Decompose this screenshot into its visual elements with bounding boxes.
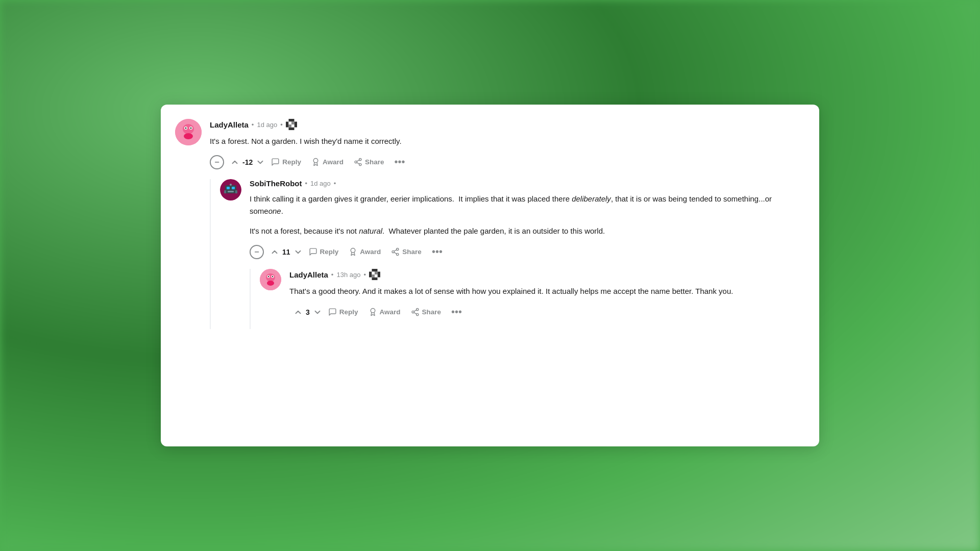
share-btn-root[interactable]: Share	[350, 155, 388, 169]
vote-group-root: -12	[230, 158, 265, 167]
avatar-ladyalleta2	[260, 269, 281, 290]
upvote-icon-root	[230, 158, 239, 167]
svg-rect-26	[230, 184, 232, 186]
comment-body-ladyalleta2: LadyAlleta • 13h ago •	[289, 269, 803, 329]
share-icon-sobi	[391, 247, 400, 256]
collapse-btn-root[interactable]: −	[210, 155, 224, 169]
svg-rect-10	[288, 128, 294, 131]
badge-icon-root	[286, 119, 297, 130]
comment-ladyalleta2: LadyAlleta • 13h ago •	[260, 269, 803, 329]
upvote-btn-ladyalleta2[interactable]	[293, 308, 303, 317]
reply-label-sobi: Reply	[320, 248, 339, 256]
award-icon-root	[311, 158, 320, 166]
comment-header-sobi: SobiTheRobot • 1d ago •	[250, 179, 803, 188]
avatar-svg	[175, 119, 202, 145]
reply-icon-sobi	[309, 247, 317, 256]
svg-rect-27	[224, 190, 226, 193]
svg-line-20	[357, 160, 359, 162]
award-btn-ladyalleta2[interactable]: Award	[364, 305, 405, 319]
username-ladyalleta2: LadyAlleta	[289, 270, 328, 279]
reply-label-ladyalleta2: Reply	[339, 308, 358, 316]
svg-point-36	[266, 273, 275, 282]
comment-header-ladyalleta2: LadyAlleta • 13h ago •	[289, 269, 803, 280]
svg-rect-13	[291, 122, 295, 125]
collapse-btn-sobi[interactable]: −	[250, 245, 264, 259]
award-label-root: Award	[323, 158, 344, 166]
award-label-sobi: Award	[360, 248, 381, 256]
svg-rect-46	[372, 272, 375, 275]
award-label-ladyalleta2: Award	[380, 308, 401, 316]
avatar-sobi	[220, 179, 241, 201]
comments-card: LadyAlleta • 1d ago • It's a forest. Not	[161, 105, 819, 446]
award-btn-root[interactable]: Award	[307, 155, 348, 169]
vote-count-ladyalleta2: 3	[306, 308, 310, 316]
svg-point-6	[190, 128, 192, 129]
timestamp-root: 1d ago	[257, 121, 277, 129]
vote-group-sobi: 11	[270, 247, 303, 257]
share-btn-ladyalleta2[interactable]: Share	[407, 305, 446, 319]
upvote-btn-sobi[interactable]	[270, 247, 279, 257]
comment-sobi: SobiTheRobot • 1d ago • I think calling …	[220, 179, 803, 329]
downvote-icon-sobi	[293, 247, 303, 257]
award-btn-sobi[interactable]: Award	[345, 245, 385, 259]
reply-block-sobi: SobiTheRobot • 1d ago • I think calling …	[210, 179, 803, 329]
svg-point-41	[272, 276, 273, 277]
svg-point-2	[184, 133, 193, 139]
action-bar-root: − -12 Reply Award	[210, 154, 803, 170]
award-icon-sobi	[349, 247, 357, 256]
svg-line-55	[414, 310, 416, 312]
share-label-root: Share	[365, 158, 384, 166]
downvote-btn-ladyalleta2[interactable]	[313, 308, 322, 317]
reply-btn-ladyalleta2[interactable]: Reply	[324, 305, 362, 319]
svg-rect-25	[228, 191, 234, 192]
reply2-block-ladyalleta: LadyAlleta • 13h ago •	[250, 269, 803, 329]
upvote-btn-root[interactable]	[230, 158, 239, 167]
svg-point-37	[267, 281, 274, 286]
vote-count-root: -12	[242, 158, 253, 166]
badge-icon-ladyalleta2	[369, 269, 380, 280]
reply-content-ladyalleta2: LadyAlleta • 13h ago •	[260, 269, 803, 329]
more-btn-ladyalleta2[interactable]: •••	[447, 304, 466, 320]
share-btn-sobi[interactable]: Share	[387, 245, 426, 259]
comment-body-sobi: SobiTheRobot • 1d ago • I think calling …	[250, 179, 803, 329]
svg-rect-49	[372, 274, 375, 278]
svg-line-54	[414, 313, 416, 314]
svg-point-40	[268, 276, 269, 277]
reply-btn-sobi[interactable]: Reply	[305, 245, 343, 259]
svg-rect-23	[227, 187, 230, 189]
avatar-svg-ladyalleta2	[260, 269, 281, 290]
comment-text-sobi: I think calling it a garden gives it gra…	[250, 193, 803, 237]
timestamp-sobi: 1d ago	[310, 180, 331, 187]
upvote-icon-ladyalleta2	[293, 308, 303, 317]
thread-line-sobi	[210, 179, 211, 329]
avatar-ladyalleta-root	[175, 119, 202, 145]
more-btn-root[interactable]: •••	[390, 154, 409, 170]
comment-root: LadyAlleta • 1d ago • It's a forest. Not	[175, 119, 803, 329]
svg-rect-42	[372, 269, 377, 272]
svg-rect-47	[375, 274, 378, 278]
svg-rect-28	[235, 190, 237, 193]
svg-rect-7	[288, 119, 294, 122]
downvote-btn-sobi[interactable]	[293, 247, 303, 257]
vote-group-ladyalleta2: 3	[293, 308, 322, 317]
svg-rect-9	[294, 122, 297, 128]
svg-line-34	[394, 250, 397, 252]
svg-rect-45	[372, 278, 377, 281]
svg-rect-14	[288, 124, 291, 128]
timestamp-ladyalleta2: 13h ago	[336, 271, 360, 279]
reply-btn-root[interactable]: Reply	[267, 155, 305, 169]
vote-count-sobi: 11	[282, 248, 290, 256]
comment-header-root: LadyAlleta • 1d ago •	[210, 119, 803, 130]
svg-line-33	[394, 253, 397, 254]
upvote-icon-sobi	[270, 247, 279, 257]
comment-text-root: It's a forest. Not a garden. I wish they…	[210, 135, 803, 147]
share-label-ladyalleta2: Share	[422, 308, 442, 316]
reply-label-root: Reply	[282, 158, 301, 166]
svg-line-19	[357, 163, 359, 164]
downvote-btn-root[interactable]	[256, 158, 265, 167]
downvote-icon-ladyalleta2	[313, 308, 322, 317]
reply-icon-ladyalleta2	[328, 308, 337, 316]
more-btn-sobi[interactable]: •••	[428, 244, 447, 260]
action-bar-sobi: − 11	[250, 244, 803, 260]
reply-content-sobi: SobiTheRobot • 1d ago • I think calling …	[220, 179, 803, 329]
